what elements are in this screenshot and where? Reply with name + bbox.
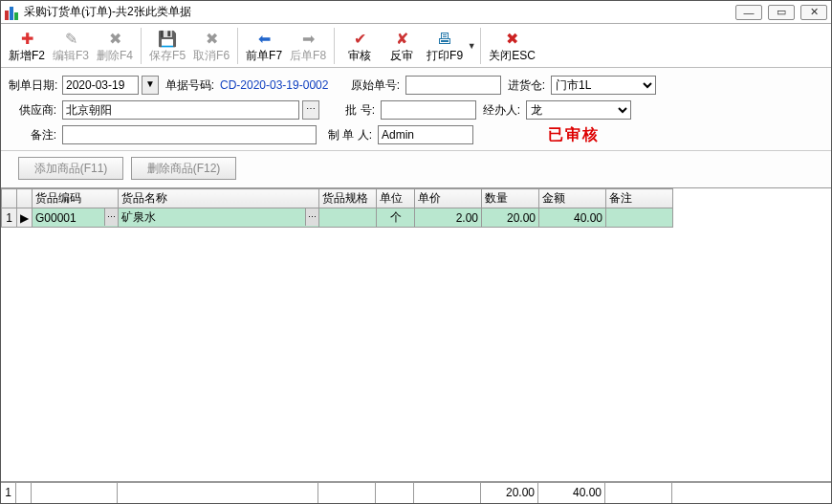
col-qty[interactable]: 数量: [482, 189, 539, 208]
audit-icon: ✔: [342, 30, 377, 49]
unaudit-icon: ✘: [384, 30, 419, 49]
plus-icon: ✚: [9, 30, 45, 49]
edit-icon: ✎: [53, 30, 89, 49]
warehouse-label: 进货仓:: [505, 77, 547, 94]
supplier-label: 供应商:: [9, 102, 58, 119]
arrow-right-icon: ➡: [290, 30, 326, 49]
orig-input[interactable]: [405, 76, 501, 95]
cancel-button[interactable]: ✖ 取消F6: [189, 28, 233, 64]
prev-button[interactable]: ⬅ 前单F7: [242, 28, 286, 64]
item-actions: 添加商品(F11) 删除商品(F12): [1, 151, 831, 187]
code-cell-input[interactable]: [35, 209, 115, 227]
minimize-button[interactable]: —: [735, 5, 762, 20]
arrow-left-icon: ⬅: [246, 30, 282, 49]
remark-input[interactable]: [62, 125, 317, 144]
row-marker-header: [17, 189, 33, 208]
date-dropdown[interactable]: ▼: [142, 76, 159, 95]
batch-input[interactable]: [381, 100, 476, 120]
maker-input[interactable]: [378, 125, 473, 144]
date-label: 制单日期:: [9, 77, 58, 94]
agent-label: 经办人:: [480, 102, 522, 119]
form-panel: 制单日期: ▼ 单据号码: CD-2020-03-19-0002 原始单号: 进…: [1, 68, 831, 151]
add-item-button[interactable]: 添加商品(F11): [18, 157, 123, 180]
main-toolbar: ✚ 新增F2 ✎ 编辑F3 ✖ 删除F4 💾 保存F5 ✖ 取消F6 ⬅ 前单F…: [1, 24, 831, 68]
col-name[interactable]: 货品名称: [119, 189, 319, 208]
delete-icon: ✖: [97, 30, 133, 49]
date-input[interactable]: [62, 76, 139, 95]
items-grid: 货品编码 货品名称 货品规格 单位 单价 数量 金额 备注 1 ▶: [1, 187, 831, 482]
col-amount[interactable]: 金额: [539, 189, 606, 208]
maximize-button[interactable]: ▭: [768, 5, 795, 20]
col-spec[interactable]: 货品规格: [319, 189, 377, 208]
cancel-icon: ✖: [193, 30, 230, 49]
window-title: 采购订货单(订单)-共2张此类单据: [24, 4, 735, 20]
cell-code[interactable]: ⋯: [33, 208, 119, 228]
orig-label: 原始单号:: [348, 77, 402, 94]
close-window-button[interactable]: ✕: [800, 5, 827, 20]
app-icon: [5, 5, 20, 20]
save-icon: 💾: [149, 30, 186, 49]
col-code[interactable]: 货品编码: [33, 189, 119, 208]
table-header-row: 货品编码 货品名称 货品规格 单位 单价 数量 金额 备注: [2, 189, 831, 208]
new-button[interactable]: ✚ 新增F2: [5, 28, 49, 64]
warehouse-select[interactable]: 门市1L: [551, 76, 656, 95]
print-button[interactable]: 🖶 打印F9: [423, 28, 467, 64]
table-row[interactable]: 1 ▶ ⋯ ⋯ 个 2.00 20.00 40.00: [2, 208, 831, 228]
row-index: 1: [2, 208, 17, 228]
audit-button[interactable]: ✔ 审核: [339, 28, 381, 64]
cell-qty[interactable]: 20.00: [482, 208, 539, 228]
close-icon: ✖: [489, 30, 536, 49]
footer-index: 1: [1, 483, 16, 503]
remark-label: 备注:: [9, 127, 58, 143]
code-value: CD-2020-03-19-0002: [220, 78, 344, 92]
items-table: 货品编码 货品名称 货品规格 单位 单价 数量 金额 备注 1 ▶: [1, 188, 831, 228]
edit-button[interactable]: ✎ 编辑F3: [49, 28, 93, 64]
title-bar: 采购订货单(订单)-共2张此类单据 — ▭ ✕: [1, 1, 831, 24]
maker-label: 制 单 人:: [320, 127, 374, 143]
delete-button[interactable]: ✖ 删除F4: [93, 28, 137, 64]
cell-spec[interactable]: [319, 208, 377, 228]
save-button[interactable]: 💾 保存F5: [145, 28, 189, 64]
footer-amount: 40.00: [538, 483, 605, 503]
name-cell-input[interactable]: [121, 209, 316, 227]
print-dropdown[interactable]: ▼: [467, 27, 476, 65]
print-icon: 🖶: [427, 30, 463, 49]
cell-unit[interactable]: 个: [377, 208, 415, 228]
cell-remark[interactable]: [606, 208, 673, 228]
code-lookup-icon[interactable]: ⋯: [104, 208, 118, 226]
supplier-input[interactable]: [62, 100, 299, 120]
row-indicator-header: [2, 189, 17, 208]
cell-price[interactable]: 2.00: [415, 208, 482, 228]
name-lookup-icon[interactable]: ⋯: [305, 208, 318, 226]
col-unit[interactable]: 单位: [377, 189, 415, 208]
status-badge: 已审核: [548, 125, 600, 145]
agent-select[interactable]: 龙: [526, 100, 631, 120]
col-remark[interactable]: 备注: [606, 189, 673, 208]
row-marker-icon: ▶: [17, 208, 33, 228]
batch-label: 批 号:: [323, 102, 377, 119]
col-price[interactable]: 单价: [415, 189, 482, 208]
next-button[interactable]: ➡ 后单F8: [286, 28, 330, 64]
supplier-lookup[interactable]: ⋯: [302, 100, 319, 120]
code-label: 单据号码:: [163, 77, 216, 94]
delete-item-button[interactable]: 删除商品(F12): [131, 157, 236, 180]
unaudit-button[interactable]: ✘ 反审: [381, 28, 423, 64]
cell-amount[interactable]: 40.00: [539, 208, 606, 228]
grid-footer: 1 20.00 40.00: [1, 482, 831, 503]
window-frame: 采购订货单(订单)-共2张此类单据 — ▭ ✕ ✚ 新增F2 ✎ 编辑F3 ✖ …: [0, 0, 832, 504]
cell-name[interactable]: ⋯: [119, 208, 319, 228]
close-button[interactable]: ✖ 关闭ESC: [485, 28, 539, 64]
footer-qty: 20.00: [481, 483, 538, 503]
window-buttons: — ▭ ✕: [735, 5, 827, 20]
